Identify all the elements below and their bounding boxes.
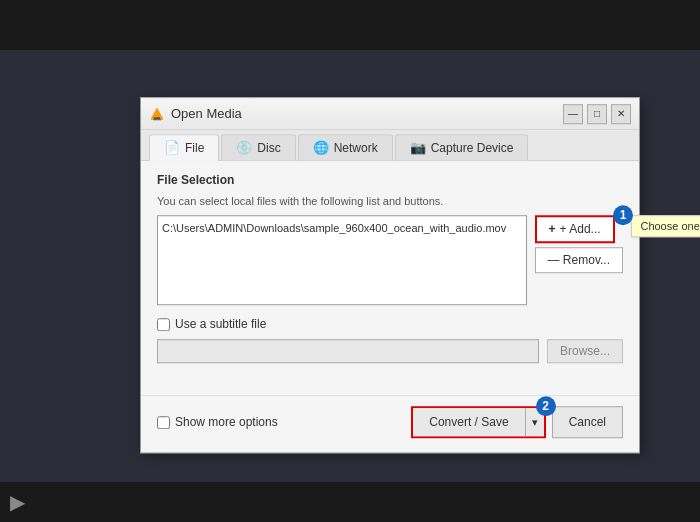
vlc-top-bar xyxy=(0,0,700,50)
badge-1: 1 xyxy=(613,205,633,225)
disc-tab-icon: 💿 xyxy=(236,140,252,155)
title-controls: — □ ✕ xyxy=(563,104,631,124)
maximize-button[interactable]: □ xyxy=(587,104,607,124)
dialog-title-text: Open Media xyxy=(171,106,242,121)
subtitle-checkbox-label[interactable]: Use a subtitle file xyxy=(157,317,266,331)
dialog-bottom: Show more options Convert / Save ▾ 2 Can… xyxy=(141,395,639,452)
show-more-text: Show more options xyxy=(175,415,278,429)
dialog-title-area: Open Media xyxy=(149,106,242,122)
close-button[interactable]: ✕ xyxy=(611,104,631,124)
tab-file-label: File xyxy=(185,141,204,155)
tab-capture-label: Capture Device xyxy=(431,141,514,155)
add-button-wrapper: + + Add... 1 Choose one or m... xyxy=(535,215,623,243)
convert-save-button[interactable]: Convert / Save xyxy=(413,408,525,436)
show-more-options-label[interactable]: Show more options xyxy=(157,415,278,429)
badge-2: 2 xyxy=(536,396,556,416)
plus-icon: + xyxy=(549,222,556,236)
browse-button[interactable]: Browse... xyxy=(547,339,623,363)
tab-network[interactable]: 🌐 Network xyxy=(298,134,393,160)
file-section-title: File Selection xyxy=(157,173,623,187)
tab-disc-label: Disc xyxy=(257,141,280,155)
subtitle-input-row: Browse... xyxy=(157,339,623,363)
remove-file-button[interactable]: — Remov... xyxy=(535,247,623,273)
file-listbox[interactable]: C:\Users\ADMIN\Downloads\sample_960x400_… xyxy=(157,215,527,305)
tab-bar: 📄 File 💿 Disc 🌐 Network 📷 Capture Device xyxy=(141,130,639,161)
dialog-titlebar: Open Media — □ ✕ xyxy=(141,98,639,130)
subtitle-checkbox[interactable] xyxy=(157,318,170,331)
cancel-button[interactable]: Cancel xyxy=(552,406,623,438)
file-tab-icon: 📄 xyxy=(164,140,180,155)
bottom-buttons: Convert / Save ▾ 2 Cancel xyxy=(411,406,623,438)
vlc-bottom-bar: ▶ xyxy=(0,482,700,522)
play-icon[interactable]: ▶ xyxy=(10,490,25,514)
open-media-dialog: Open Media — □ ✕ 📄 File 💿 Disc 🌐 Network xyxy=(140,97,640,453)
subtitle-label-text: Use a subtitle file xyxy=(175,317,266,331)
network-tab-icon: 🌐 xyxy=(313,140,329,155)
svg-rect-1 xyxy=(154,117,160,119)
convert-save-wrapper: Convert / Save ▾ 2 xyxy=(411,406,545,438)
show-more-checkbox[interactable] xyxy=(157,416,170,429)
vlc-logo-icon xyxy=(149,106,165,122)
dialog-content: File Selection You can select local file… xyxy=(141,161,639,395)
add-button-label: + Add... xyxy=(560,222,601,236)
add-tooltip: Choose one or m... xyxy=(631,215,700,237)
tab-disc[interactable]: 💿 Disc xyxy=(221,134,295,160)
file-selection-area: C:\Users\ADMIN\Downloads\sample_960x400_… xyxy=(157,215,623,305)
file-action-buttons: + + Add... 1 Choose one or m... — Remov.… xyxy=(535,215,623,273)
tab-capture[interactable]: 📷 Capture Device xyxy=(395,134,529,160)
file-list-item: C:\Users\ADMIN\Downloads\sample_960x400_… xyxy=(162,220,522,236)
file-section-desc: You can select local files with the foll… xyxy=(157,195,623,207)
desktop-background: ▶ Open Media — □ ✕ 📄 xyxy=(0,0,700,522)
convert-save-button-group: Convert / Save ▾ xyxy=(411,406,545,438)
add-file-button[interactable]: + + Add... xyxy=(535,215,615,243)
capture-tab-icon: 📷 xyxy=(410,140,426,155)
tab-network-label: Network xyxy=(334,141,378,155)
tab-file[interactable]: 📄 File xyxy=(149,134,219,161)
minimize-button[interactable]: — xyxy=(563,104,583,124)
subtitle-file-input[interactable] xyxy=(157,339,539,363)
svg-rect-2 xyxy=(153,119,161,120)
subtitle-row: Use a subtitle file xyxy=(157,317,623,331)
